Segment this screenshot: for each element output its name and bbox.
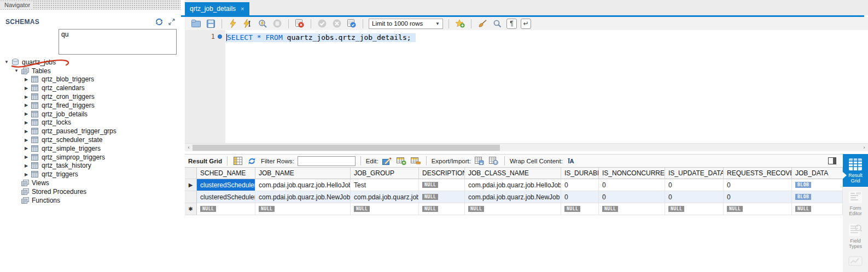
save-script-icon[interactable] — [205, 18, 216, 29]
new-row-marker[interactable]: ✱ — [185, 203, 197, 215]
tree-item-qrtz-job-details[interactable]: ▶qrtz_job_details — [0, 110, 180, 119]
grid-cell[interactable]: NULL — [792, 203, 843, 215]
tree-item-qrtz-simprop-triggers[interactable]: ▶qrtz_simprop_triggers — [0, 153, 180, 162]
tree-item-qrtz-task-history[interactable]: ▶qrtz_task_history — [0, 162, 180, 170]
tree-item-functions[interactable]: Functions — [0, 196, 180, 205]
column-header-is_nonconcurrent[interactable]: IS_NONCONCURRENT — [599, 168, 665, 179]
grid-cell[interactable]: 0 — [561, 191, 599, 203]
grid-cell[interactable]: NULL — [419, 179, 465, 191]
sql-code-editor[interactable]: 1 SELECT * FROM quartz_jobs.qrtz_job_det… — [185, 30, 868, 143]
horizontal-scrollbar[interactable]: ‹ › — [185, 143, 868, 151]
filter-rows-input[interactable] — [298, 156, 356, 166]
open-script-icon[interactable] — [190, 18, 201, 29]
scroll-left-icon[interactable]: ‹ — [185, 145, 193, 150]
grid-cell[interactable]: com.pdai.job.quarz.job.HelloJob — [255, 179, 351, 191]
refresh-grid-icon[interactable] — [247, 156, 258, 167]
grid-cell[interactable]: BLOB — [792, 179, 843, 191]
grid-cell[interactable]: clusteredScheduler — [197, 179, 255, 191]
tree-item-qrtz-blob-triggers[interactable]: ▶qrtz_blob_triggers — [0, 75, 180, 84]
row-header[interactable] — [185, 191, 197, 203]
tree-item-qrtz-triggers[interactable]: ▶qrtz_triggers — [0, 170, 180, 179]
grid-cell[interactable]: 0 — [599, 179, 665, 191]
export-recordset-icon[interactable] — [474, 156, 485, 167]
expand-arrow-icon[interactable]: ▶ — [22, 120, 30, 125]
grid-cell[interactable]: NULL — [724, 203, 792, 215]
grid-cell[interactable]: 0 — [561, 179, 599, 191]
grid-cell[interactable]: NULL — [561, 203, 599, 215]
grid-cell[interactable]: NULL — [255, 203, 351, 215]
grid-cell[interactable]: BLOB — [792, 191, 843, 203]
expand-arrow-icon[interactable]: ▶ — [22, 77, 30, 82]
grid-cell[interactable]: NULL — [465, 203, 561, 215]
expand-arrow-icon[interactable]: ▶ — [22, 172, 30, 177]
commit-icon[interactable] — [317, 18, 328, 29]
tab-qrtz-job-details[interactable]: qrtz_job_details × — [185, 2, 249, 15]
column-header-job_name[interactable]: JOB_NAME — [255, 168, 351, 179]
tree-item-quartz-jobs[interactable]: ▼quartz_jobs — [0, 58, 180, 67]
tab-close-icon[interactable]: × — [241, 5, 244, 12]
beautify-script-icon[interactable] — [477, 18, 488, 29]
tree-item-tables[interactable]: ▼Tables — [0, 67, 180, 75]
expand-arrow-icon[interactable]: ▶ — [22, 86, 30, 91]
stop-query-icon[interactable] — [272, 18, 283, 29]
grid-columns-icon[interactable] — [232, 156, 243, 167]
grid-cell[interactable]: NULL — [599, 203, 665, 215]
tree-item-qrtz-fired-triggers[interactable]: ▶qrtz_fired_triggers — [0, 101, 180, 110]
grid-cell[interactable]: 0 — [599, 191, 665, 203]
schema-filter-input[interactable]: qu — [59, 29, 177, 55]
sidebar-view-field-types[interactable]: Field Types — [843, 220, 868, 252]
expand-arrow-icon[interactable]: ▼ — [13, 68, 20, 73]
grid-cell[interactable]: NULL — [351, 203, 419, 215]
grid-cell[interactable]: com.pdai.job.quarz.job.HelloJob — [465, 179, 561, 191]
scrollbar-thumb[interactable] — [193, 145, 500, 151]
grid-cell[interactable]: 0 — [665, 179, 724, 191]
column-header-job_data[interactable]: JOB_DATA — [792, 168, 843, 179]
expand-arrow-icon[interactable]: ▶ — [22, 163, 30, 168]
expand-arrow-icon[interactable]: ▶ — [22, 155, 30, 159]
edit-cell-icon[interactable] — [382, 156, 393, 167]
grid-cell[interactable]: 0 — [724, 191, 792, 203]
rollback-icon[interactable] — [331, 18, 342, 29]
wrap-lines-icon[interactable]: ↵ — [521, 19, 531, 29]
tree-item-qrtz-locks[interactable]: ▶qrtz_locks — [0, 119, 180, 127]
wrap-cell-content-icon[interactable]: ĪA — [566, 157, 576, 165]
tree-item-qrtz-cron-triggers[interactable]: ▶qrtz_cron_triggers — [0, 92, 180, 101]
find-icon[interactable] — [492, 18, 503, 29]
toggle-autocommit-icon[interactable] — [346, 18, 357, 29]
grid-cell[interactable]: 0 — [665, 191, 724, 203]
expand-arrow-icon[interactable]: ▶ — [22, 94, 30, 99]
explain-plan-icon[interactable] — [257, 18, 268, 29]
import-recordset-icon[interactable] — [488, 156, 499, 167]
column-header-sched_name[interactable]: SCHED_NAME — [197, 168, 255, 179]
expand-arrow-icon[interactable]: ▶ — [22, 138, 30, 143]
execute-statement-icon[interactable] — [228, 18, 238, 29]
tree-item-qrtz-calendars[interactable]: ▶qrtz_calendars — [0, 84, 180, 92]
tree-item-qrtz-paused-trigger-grps[interactable]: ▶qrtz_paused_trigger_grps — [0, 127, 180, 135]
column-header-description[interactable]: DESCRIPTION — [419, 168, 465, 179]
limit-rows-dropdown[interactable]: Limit to 1000 rows ▼ — [369, 19, 443, 29]
grid-cell[interactable]: Test — [351, 179, 419, 191]
code-area[interactable]: SELECT * FROM quartz_jobs.qrtz_job_detai… — [225, 30, 868, 143]
show-invisibles-icon[interactable]: ¶ — [506, 19, 517, 29]
refresh-schemas-icon[interactable] — [155, 19, 163, 25]
column-header-is_update_data[interactable]: IS_UPDATE_DATA — [665, 168, 724, 179]
expand-arrow-icon[interactable]: ▶ — [22, 129, 30, 134]
column-header-job_class_name[interactable]: JOB_CLASS_NAME — [465, 168, 561, 179]
query-stats-icon[interactable] — [843, 252, 868, 269]
column-header-job_group[interactable]: JOB_GROUP — [351, 168, 419, 179]
expand-arrow-icon[interactable]: ▶ — [22, 103, 30, 108]
sidebar-view-result-grid[interactable]: Result Grid — [843, 154, 868, 187]
column-header-requests_recovery[interactable]: REQUESTS_RECOVERY — [724, 168, 792, 179]
grid-cell[interactable]: NULL — [665, 203, 724, 215]
grid-cell[interactable]: com.pdai.job.quarz.job.NewJob — [255, 191, 351, 203]
expand-arrow-icon[interactable]: ▶ — [22, 111, 30, 116]
grid-cell[interactable]: com.pdai.job.quarz.job.NewJob — [465, 191, 561, 203]
tree-item-qrtz-scheduler-state[interactable]: ▶qrtz_scheduler_state — [0, 135, 180, 144]
column-header-is_durable[interactable]: IS_DURABLE — [561, 168, 599, 179]
scroll-right-icon[interactable]: › — [860, 145, 868, 150]
current-row-marker[interactable]: ▶ — [185, 179, 197, 191]
grid-cell[interactable]: 0 — [724, 179, 792, 191]
tree-item-views[interactable]: Views — [0, 179, 180, 187]
toggle-sidebar-icon[interactable] — [826, 156, 837, 167]
tree-item-stored-procedures[interactable]: Stored Procedures — [0, 187, 180, 196]
